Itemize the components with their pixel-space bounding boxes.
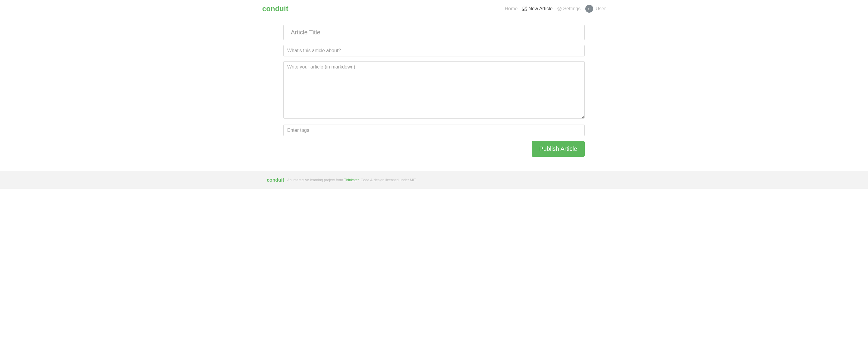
- editor-page: Publish Article: [262, 18, 606, 157]
- footer-attribution: An interactive learning project from Thi…: [287, 178, 417, 182]
- editor-form: Publish Article: [283, 25, 585, 157]
- article-body-textarea[interactable]: [283, 61, 585, 118]
- thinkster-link[interactable]: Thinkster: [344, 178, 359, 182]
- nav-settings-label: Settings: [563, 6, 581, 11]
- nav-new-article-label: New Article: [528, 6, 553, 11]
- gear-icon: [557, 7, 562, 11]
- compose-icon: [522, 6, 527, 11]
- brand-logo[interactable]: conduit: [262, 3, 288, 14]
- nav-user[interactable]: User: [585, 2, 606, 15]
- article-about-input[interactable]: [283, 45, 585, 56]
- avatar: [585, 5, 593, 13]
- publish-button[interactable]: Publish Article: [532, 141, 585, 157]
- svg-rect-1: [523, 7, 523, 11]
- footer: conduit An interactive learning project …: [0, 171, 868, 189]
- nav-home[interactable]: Home: [505, 4, 518, 14]
- nav-user-label: User: [595, 6, 606, 11]
- footer-logo[interactable]: conduit: [267, 177, 284, 183]
- nav-new-article[interactable]: New Article: [522, 4, 553, 14]
- svg-rect-2: [523, 10, 527, 11]
- article-title-input[interactable]: [283, 25, 585, 40]
- navbar: conduit Home New Article: [262, 0, 606, 18]
- nav-settings[interactable]: Settings: [557, 4, 581, 14]
- article-tags-input[interactable]: [283, 124, 585, 136]
- svg-point-4: [588, 8, 589, 9]
- svg-rect-0: [523, 7, 525, 7]
- svg-point-5: [590, 8, 590, 9]
- nav-list: Home New Article: [500, 2, 606, 15]
